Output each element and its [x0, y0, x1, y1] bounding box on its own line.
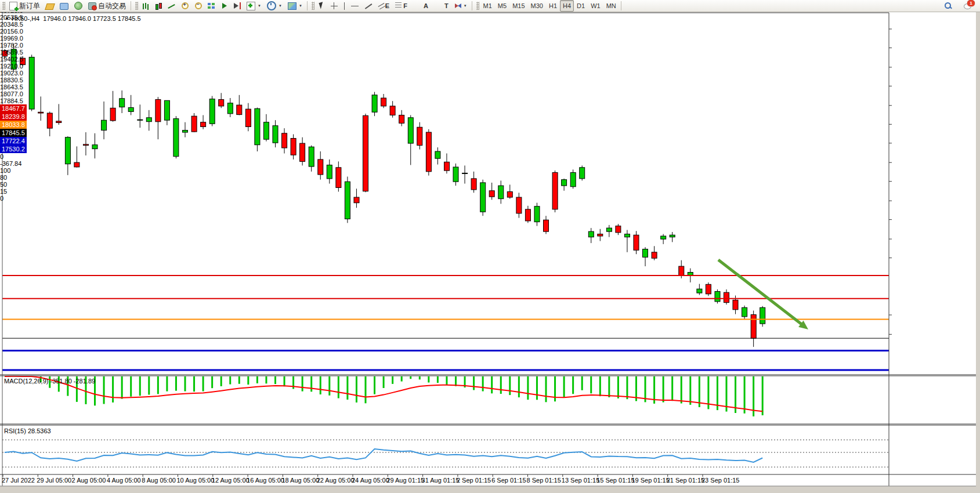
timeframe-m1[interactable]: M1 — [480, 0, 495, 12]
periods-button[interactable]: ▼ — [264, 0, 285, 12]
candle-body — [498, 186, 504, 199]
toolbar-grip[interactable] — [476, 2, 479, 10]
timeframe-group: M1M5M15M30H1H4D1W1MN — [480, 0, 619, 12]
dropdown-caret-icon[interactable]: ▼ — [279, 4, 282, 8]
tile-windows-icon — [208, 2, 215, 9]
candle-body — [724, 292, 729, 302]
toolbar-separator — [472, 1, 472, 10]
label-button[interactable]: T — [431, 0, 451, 12]
candle-body — [173, 119, 179, 157]
candle-body — [227, 103, 233, 114]
candle-body — [534, 206, 540, 222]
candle-body — [760, 307, 765, 324]
cursor-icon — [319, 2, 325, 10]
dropdown-caret-icon[interactable]: ▼ — [258, 4, 261, 8]
signals-button[interactable] — [71, 0, 85, 12]
vertical-line-button[interactable] — [341, 0, 348, 12]
candle-body — [507, 192, 512, 198]
timeframe-m5[interactable]: M5 — [495, 0, 509, 12]
cursor-button[interactable] — [316, 0, 328, 12]
auto-scroll-button[interactable] — [218, 0, 231, 12]
candle-body — [282, 133, 287, 148]
candle-body — [164, 100, 169, 120]
candle-body — [345, 182, 350, 219]
candle-body — [661, 236, 666, 239]
timeframe-h1-label: H1 — [549, 2, 557, 9]
timeframe-d1[interactable]: D1 — [574, 0, 588, 12]
timeframe-m30-label: M30 — [531, 2, 543, 9]
candle-body — [138, 119, 143, 120]
timeframe-mn[interactable]: MN — [603, 0, 619, 12]
candle-body — [634, 235, 639, 250]
candle-body — [544, 220, 549, 231]
toolbar-grip[interactable] — [2, 2, 5, 10]
candle-body — [327, 165, 332, 179]
search-button[interactable] — [941, 0, 955, 12]
chart-shift-button[interactable] — [231, 0, 244, 12]
label-icon — [434, 2, 443, 10]
candle-body — [102, 120, 107, 130]
candle-body — [489, 191, 494, 197]
candle-body — [616, 226, 621, 233]
timeframe-h1[interactable]: H1 — [546, 0, 560, 12]
notifications-button[interactable]: 1 — [961, 0, 975, 12]
crosshair-button[interactable] — [328, 0, 341, 12]
candle-body — [65, 137, 70, 164]
dropdown-caret-icon[interactable]: ▼ — [464, 4, 467, 8]
candle-body — [552, 173, 558, 209]
candle-body — [237, 105, 242, 115]
timeframe-h4[interactable]: H4 — [560, 0, 574, 12]
arrows-button[interactable]: ▼ — [451, 0, 470, 12]
tile-windows-button[interactable] — [205, 0, 218, 12]
line-chart-button[interactable] — [165, 0, 178, 12]
candle-body — [751, 315, 756, 339]
candle-body — [480, 183, 486, 212]
candle-body — [183, 130, 188, 133]
indicators-button[interactable]: ▼ — [244, 0, 264, 12]
new-order-button[interactable]: 新订单 — [6, 0, 43, 12]
candle-body — [390, 106, 395, 115]
charts-button[interactable] — [43, 0, 57, 12]
candle-body — [733, 300, 738, 310]
timeframe-w1-label: W1 — [591, 2, 601, 9]
timeframe-w1[interactable]: W1 — [588, 0, 603, 12]
charts-icon — [45, 3, 55, 10]
channel-button[interactable]: E — [375, 0, 392, 12]
candle-body — [715, 292, 720, 302]
candle-body — [2, 50, 8, 56]
candle-body — [300, 143, 305, 161]
candle-body — [643, 249, 648, 258]
zoom-in-button[interactable] — [178, 0, 191, 12]
vertical-line-icon — [343, 2, 345, 10]
text-button[interactable]: A — [410, 0, 431, 12]
timeframe-m15[interactable]: M15 — [509, 0, 527, 12]
toolbar-grip[interactable] — [135, 2, 138, 10]
timeframe-m5-label: M5 — [498, 2, 507, 9]
candle-body — [146, 118, 151, 122]
candle-body — [372, 95, 377, 113]
chart-canvas[interactable] — [0, 0, 980, 493]
timeframe-m30[interactable]: M30 — [528, 0, 546, 12]
candlestick-button[interactable] — [152, 0, 165, 12]
candle-body — [38, 112, 44, 113]
templates-button[interactable]: ▼ — [285, 0, 305, 12]
text-button-glyph: A — [424, 2, 428, 9]
horizontal-line-button[interactable] — [348, 0, 361, 12]
dropdown-caret-icon[interactable]: ▼ — [299, 4, 302, 8]
candle-body — [201, 122, 206, 127]
trendline-button[interactable] — [361, 0, 375, 12]
candle-body — [191, 116, 197, 132]
candle-body — [706, 284, 711, 294]
fibonacci-button[interactable]: F — [392, 0, 410, 12]
bar-chart-button[interactable] — [139, 0, 152, 12]
autotrading-button[interactable]: 自动交易 — [85, 0, 129, 12]
zoom-out-button[interactable] — [191, 0, 205, 12]
timeframe-d1-label: D1 — [577, 2, 585, 9]
objects-group: EFAT▼ — [316, 0, 470, 12]
autotrading-button-label: 自动交易 — [98, 1, 126, 11]
candle-body — [219, 100, 224, 106]
chart-shift-icon — [234, 2, 241, 9]
candle-body — [92, 145, 97, 149]
toolbar-grip[interactable] — [312, 2, 314, 10]
profiles-button[interactable] — [57, 0, 71, 12]
